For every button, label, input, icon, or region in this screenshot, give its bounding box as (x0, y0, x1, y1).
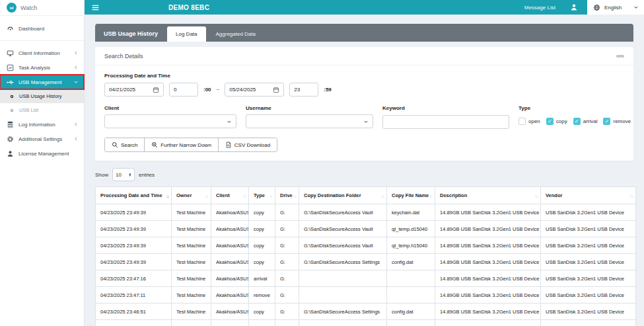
type-checkbox-copy[interactable]: ✓copy (546, 118, 567, 125)
table-cell: USB SanDisk 3.2Gen1 USB Device (541, 270, 636, 287)
sort-icon[interactable]: ↑↓ (381, 193, 384, 198)
table-cell: keychain.dat (387, 204, 435, 221)
sort-icon[interactable]: ↑↓ (166, 193, 169, 198)
table-row[interactable]: 04/23/2025 23:47:16Test MachineAkakhoa/A… (96, 270, 636, 287)
column-header-copy-destination-folder[interactable]: Copy Destination Folder↑↓ (299, 187, 387, 204)
table-cell: Akakhoa/ASUS (211, 304, 249, 320)
dashboard-icon (7, 25, 14, 32)
table-row[interactable]: 04/23/2025 23:46:51Test MachineAkakhoa/A… (96, 304, 636, 320)
csv-download-button[interactable]: CSV Download (219, 138, 277, 151)
from-date-input[interactable] (109, 87, 150, 93)
table-cell: USB SanDisk 3.2Gen1 USB Device (541, 221, 636, 237)
app-window: td Watch DashboardClient InformationTask… (0, 0, 644, 326)
table-cell: Akakhoa/ASUS (211, 204, 249, 221)
sort-icon[interactable]: ↑↓ (429, 193, 433, 198)
username-select[interactable] (246, 114, 373, 128)
sidebar-item-usb-management[interactable]: USB Management (0, 75, 84, 89)
collapse-icon[interactable] (616, 55, 624, 58)
button-label: Search (121, 142, 137, 148)
sort-icon[interactable]: ↑↓ (630, 193, 633, 198)
table-cell: copy (249, 254, 275, 270)
sidebar-item-client-information[interactable]: Client Information (0, 46, 84, 60)
column-header-drive[interactable]: Drive↑↓ (275, 187, 299, 204)
page-size-value: 10 (116, 172, 122, 178)
table-cell: 04/23/2025 23:49:39 (96, 204, 172, 221)
tab-log-data[interactable]: Log Data (167, 26, 205, 42)
table-cell (387, 270, 435, 287)
calendar-icon[interactable] (273, 87, 279, 93)
sort-icon[interactable]: ↑↓ (535, 193, 538, 198)
menu-icon[interactable] (91, 3, 100, 12)
column-header-owner[interactable]: Owner↑↓ (172, 187, 211, 204)
sidebar-item-label: License Management (18, 151, 79, 157)
keyword-input[interactable] (382, 115, 509, 129)
to-date-field (225, 83, 284, 97)
language-selector[interactable]: English (587, 0, 644, 15)
page-size-select[interactable]: 10 ▲▼ (112, 168, 135, 181)
column-header-description[interactable]: Description↑↓ (435, 187, 541, 204)
column-header-processing-date-and-time[interactable]: Processing Date and Time↑↓ (96, 187, 172, 204)
table-cell: 04/23/2025 23:46:45 (96, 320, 172, 326)
keyword-label: Keyword (382, 105, 509, 111)
checkbox-label: remove (613, 118, 631, 124)
filter-fields-row: Client Username (104, 105, 624, 129)
to-date-input[interactable] (229, 87, 270, 93)
table-cell: USB SanDisk 3.2Gen1 USB Device (541, 254, 636, 270)
sidebar-item-task-analysis[interactable]: Task Analysis (0, 60, 84, 75)
table-cell: Test Machine (172, 304, 211, 320)
sidebar-item-usb-list[interactable]: USB List (0, 103, 84, 117)
column-header-copy-file-name[interactable]: Copy File Name↑↓ (387, 187, 435, 204)
table-cell: G: (275, 237, 299, 254)
from-hour-input[interactable] (169, 83, 198, 97)
unchecked-checkbox-icon (519, 118, 526, 125)
sidebar-item-usb-usage-history[interactable]: USB Usage History (0, 89, 84, 103)
further-narrow-down-button[interactable]: Further Narrow Down (145, 138, 218, 151)
type-checkbox-arrival[interactable]: ✓arrival (573, 118, 598, 125)
column-header-client[interactable]: Client↑↓ (211, 187, 249, 204)
message-list-link[interactable]: Message List (524, 5, 555, 11)
sort-icon[interactable]: ↑↓ (293, 193, 297, 198)
table-cell: 04/23/2025 23:49:39 (96, 221, 172, 237)
column-label: Description (440, 192, 467, 198)
sidebar-item-license-management[interactable]: License Management (0, 146, 84, 161)
sort-icon[interactable]: ↑↓ (243, 193, 246, 198)
to-hour-input[interactable] (289, 83, 318, 97)
sort-icon[interactable]: ↑↓ (269, 193, 273, 198)
sidebar-item-log-information[interactable]: Log Information (0, 117, 84, 132)
person-icon[interactable] (570, 3, 578, 11)
table-row[interactable]: 04/23/2025 23:49:39Test MachineAkakhoa/A… (96, 204, 636, 221)
sidebar-nav: DashboardClient InformationTask Analysis… (0, 16, 84, 161)
sidebar-item-dashboard[interactable]: Dashboard (0, 21, 84, 36)
search-button[interactable]: Search (105, 138, 145, 151)
table-cell: G: (275, 287, 299, 304)
globe-icon (593, 4, 600, 11)
table-cell: G:\SanDiskSecureAccess Vault (299, 237, 387, 254)
type-checkbox-remove[interactable]: ✓remove (603, 118, 631, 125)
range-separator: ~ (217, 87, 220, 93)
usb-log-table: Processing Date and Time↑↓Owner↑↓Client↑… (95, 186, 636, 326)
column-header-vendor[interactable]: Vendor↑↓ (541, 187, 636, 204)
search-buttons-group: SearchFurther Narrow DownCSV Download (104, 138, 277, 152)
table-row[interactable]: 04/23/2025 23:49:39Test MachineAkakhoa/A… (96, 237, 636, 254)
checked-checkbox-icon: ✓ (546, 118, 554, 125)
type-checkbox-open[interactable]: open (519, 118, 540, 125)
table-cell: Test Machine (172, 254, 211, 270)
table-row[interactable]: 04/23/2025 23:47:11Test MachineAkakhoa/A… (96, 287, 636, 304)
sidebar-item-additional-settings[interactable]: Additional Settings (0, 132, 84, 146)
sidebar-item-label: Task Analysis (18, 65, 69, 71)
tab-aggregated-data[interactable]: Aggregated Data (207, 26, 265, 42)
from-date-field (104, 83, 164, 97)
client-select[interactable] (104, 114, 236, 128)
calendar-icon[interactable] (153, 87, 159, 93)
table-row[interactable]: 04/23/2025 23:49:39Test MachineAkakhoa/A… (96, 254, 636, 270)
table-row[interactable]: 04/23/2025 23:49:39Test MachineAkakhoa/A… (96, 221, 636, 237)
sort-icon[interactable]: ↑↓ (205, 193, 209, 198)
column-label: Drive (280, 192, 293, 198)
table-row[interactable]: 04/23/2025 23:46:45Test MachineAkakhoa/A… (96, 320, 636, 326)
show-entries-row: Show 10 ▲▼ entries (95, 168, 633, 181)
app-logo[interactable]: td Watch (0, 0, 84, 16)
column-header-type[interactable]: Type↑↓ (249, 187, 275, 204)
column-label: Copy File Name (392, 192, 429, 198)
table-cell: Test Machine (172, 270, 211, 287)
chevron-left-icon (73, 65, 79, 70)
